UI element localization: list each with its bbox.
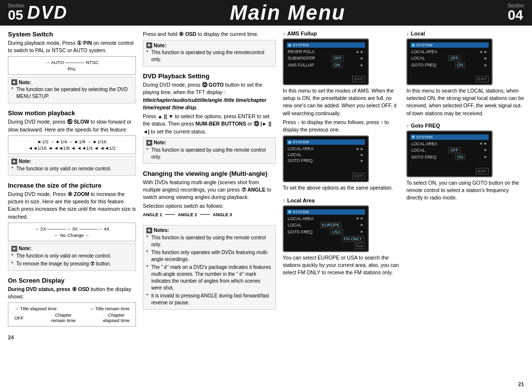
angle-notes: ■Notes: This function is operated by usi… [143,225,276,310]
header-left: Section 05 DVD [8,2,67,23]
dvd-playback-section: DVD Playback Setting During DVD mode, pr… [143,72,276,166]
local-screen: SYSTEM LOCAL AREA◄ ► LOCALOFF► GOTO FREQ… [406,38,493,85]
osd-diagram: → Title elapsed time → Title remain time… [8,302,136,327]
selection-text: Selection options switch as follows: [143,202,276,210]
system-switch-section: System Switch During playback mode, Pres… [8,31,136,105]
local-heading: ♪ Local [406,31,524,36]
goto-freq-heading: ♪ Goto FREQ [406,123,524,129]
changing-angle-section: Changing the viewing angle (Multi-angle)… [143,170,276,219]
ams-fullup-heading: ♪ AMS Fullup [283,31,400,36]
main-content: System Switch During playback mode, Pres… [0,26,532,392]
system-switch-body: During playback mode, Press ① P/N on rem… [8,39,136,54]
right-right-column: ♪ Local SYSTEM LOCAL AREA◄ ► LOCALOFF► G… [406,31,524,387]
osd-heading: On Screen Display [8,277,136,284]
slow-motion-body: During DVD mode, press ⑮ SLOW to slow fo… [8,118,136,133]
section-left-num: 05 [8,8,24,22]
dvd-playback-body2: Press ▲ || ▼ to select the options, pres… [143,113,276,135]
dvd-title: DVD [27,2,67,23]
increase-size-note: ■Note: The function is only valid on rem… [8,243,136,271]
header-right: Section 04 [508,3,524,22]
increase-size-heading: Increase the size of the picture [8,182,136,189]
ams-note: Press ↓ to display the menu follows, pre… [283,119,400,133]
local-area-section: ♪ Local Area SYSTEM LOCAL AREA◄ ► LOCALE… [283,197,400,278]
right-column: ♪ AMS Fullup SYSTEM REVER POLA◄ ► SUBWOO… [283,31,524,387]
increase-size-diagram: → 2X ————→ 3X ————→ 4X ← No Change ← [8,223,136,241]
system-switch-note: ■Note: The function can be operated by s… [8,77,136,103]
goto-freq-screen: SYSTEM LOCAL AREA◄ ► LOCALOFF► GOTO FREQ… [406,131,493,177]
left-column: System Switch During playback mode, Pres… [8,31,136,387]
increase-size-body: During DVD mode, Press ⑨ ZOOM to increas… [8,191,136,221]
changing-angle-heading: Changing the viewing angle (Multi-angle) [143,170,276,177]
on-screen-display-section: On Screen Display During DVD status, pre… [8,277,136,328]
changing-angle-body: With DVDs featuring multi-angle (scenes … [143,179,276,201]
middle-column: Press and hold ⑧ OSD to display the curr… [143,31,276,387]
main-title: Main Menu [67,1,507,25]
increase-size-section: Increase the size of the picture During … [8,182,136,273]
osd-note: ■Note: This function is operated by usin… [143,40,276,66]
system-switch-heading: System Switch [8,31,136,38]
local-area-body: You can select EUROPE or USA to search t… [283,254,400,277]
page-num-left: 24 [8,334,136,340]
osd-body: During DVD status, press ⑧ OSD button th… [8,286,136,300]
header: Section 05 DVD Main Menu Section 04 [0,0,532,26]
same-operation-note: To set the above options as the same ope… [283,184,400,192]
system-switch-diagram: → AUTO ————NTSC PAL [8,56,136,75]
ams-fullup-body: In this menu to set the modes of AMS. Wh… [283,87,400,117]
page-num-right: 21 [406,381,524,387]
section-right-num: 04 [508,8,524,22]
osd-continued-text: Press and hold ⑧ OSD to display the curr… [143,31,276,38]
local-goto-screen: SYSTEM LOCAL AREA◄ ► LOCAL► GOTO FREQ► E… [283,135,369,182]
dvd-playback-body: During DVD mode, press ⑬ GOTO button to … [143,81,276,111]
right-left-column: ♪ AMS Fullup SYSTEM REVER POLA◄ ► SUBWOO… [283,31,400,387]
local-section: ♪ Local SYSTEM LOCAL AREA◄ ► LOCALOFF► G… [406,31,524,119]
slow-motion-section: Slow motion playback During DVD mode, pr… [8,109,136,177]
local-area-heading: ♪ Local Area [283,197,400,203]
ams-fullup-screen: SYSTEM REVER POLA◄ ► SUBWOOFEROFF► AMS F… [283,38,369,85]
angle-diagram: ANGLE 1 ANGLE 2 ANGLE 3 [143,212,276,217]
local-body: In this menu to search the LOCAL station… [406,87,524,117]
dvd-playback-note: ■Note: This function is operated by usin… [143,137,276,164]
goto-freq-section: ♪ Goto FREQ SYSTEM LOCAL AREA◄ ► LOCALOF… [406,123,524,203]
slow-motion-diagram: ►1/2 → ►1/4 → ►1/8 → ►1/16 ◄◄1/16 ◄ ◄◄1/… [8,135,136,154]
dvd-playback-heading: DVD Playback Setting [143,72,276,80]
slow-motion-heading: Slow motion playback [8,109,136,117]
goto-freq-body: To select ON, you can using GOTO button … [406,179,524,202]
osd-continued: Press and hold ⑧ OSD to display the curr… [143,31,276,68]
ams-fullup-section: ♪ AMS Fullup SYSTEM REVER POLA◄ ► SUBWOO… [283,31,400,194]
slow-motion-note: ■Note: The function is only valid on rem… [8,156,136,176]
local-area-screen: SYSTEM LOCAL AREA◄ ► LOCALEUROPE► GOTO F… [283,205,369,252]
system-switch-note-item: The function can be operated by selectin… [11,86,133,100]
